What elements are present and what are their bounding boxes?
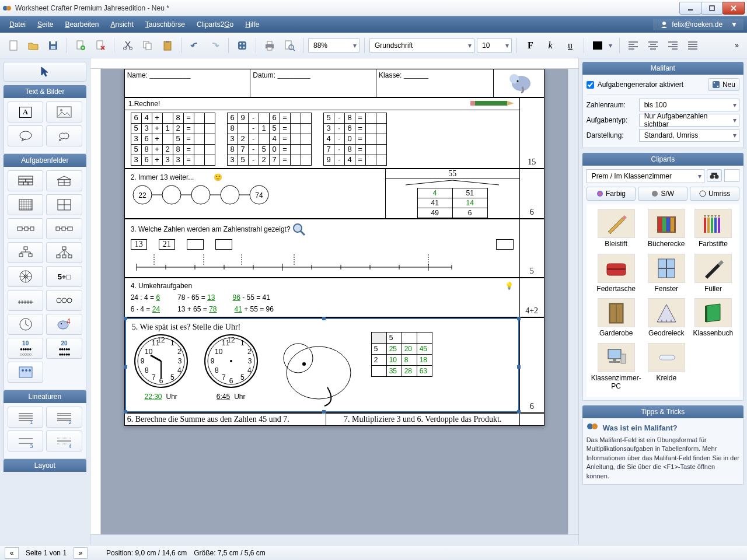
seg-sw[interactable]: S/W — [638, 187, 687, 201]
menu-hilfe[interactable]: Hilfe — [239, 19, 265, 30]
chevron-down-icon: ▼ — [731, 20, 738, 29]
lineatur-3-tool[interactable]: 3 — [8, 430, 43, 452]
vertical-ruler[interactable] — [90, 69, 101, 534]
zahlenraum-combo[interactable]: bis 100▾ — [639, 99, 739, 111]
name-label: Name: — [127, 71, 148, 79]
redo-button[interactable] — [206, 37, 224, 54]
copy-button[interactable] — [139, 37, 156, 54]
maximize-button[interactable] — [701, 2, 723, 15]
menu-tauschboerse[interactable]: Tauschbörse — [139, 19, 191, 30]
neu-button[interactable]: Neu — [708, 78, 739, 91]
clipart-bleistift[interactable]: Bleistift — [591, 209, 641, 250]
bold-button[interactable]: F — [522, 37, 539, 54]
paste-button[interactable] — [159, 37, 176, 54]
svg-rect-24 — [267, 41, 272, 44]
seg-umriss[interactable]: Umriss — [690, 187, 739, 201]
save-button[interactable] — [44, 37, 62, 54]
align-justify-button[interactable] — [684, 37, 701, 54]
chain-right-tool[interactable] — [46, 218, 82, 239]
align-right-button[interactable] — [664, 37, 682, 54]
clipart-federtasche[interactable]: Federtasche — [591, 254, 641, 295]
chain-left-tool[interactable] — [8, 218, 43, 239]
worksheet-page[interactable]: Name: __________ Datum: ________ Klasse:… — [124, 69, 544, 426]
add-page-button[interactable] — [72, 37, 89, 54]
image-tool[interactable] — [46, 102, 82, 123]
svg-rect-70 — [470, 101, 475, 106]
horizontal-ruler[interactable] — [90, 58, 578, 69]
new-file-button[interactable] — [5, 37, 22, 54]
menu-cliparts2go[interactable]: Cliparts2Go — [191, 19, 239, 30]
align-center-button[interactable] — [644, 37, 662, 54]
horizontal-scrollbar[interactable] — [90, 534, 578, 545]
clipart-category-combo[interactable]: Prem / Im Klassenzimmer▾ — [587, 169, 704, 183]
clipart-klassenbuch[interactable]: Klassenbuch — [692, 298, 735, 340]
text-color-button[interactable] — [589, 37, 606, 54]
grid-coarse-tool[interactable] — [46, 194, 82, 215]
selected-field[interactable]: 5. Wie spät ist es? Stelle die Uhr! 1236… — [125, 318, 519, 412]
aufgabentyp-label: Aufgabentyp: — [587, 116, 639, 124]
malifant-tool[interactable]: 4 — [46, 314, 82, 335]
clock-tool[interactable] — [8, 314, 43, 335]
grid-fine-tool[interactable] — [8, 194, 43, 215]
clipart-search-button[interactable] — [707, 169, 722, 182]
color-dropdown-icon[interactable]: ▾ — [609, 41, 615, 50]
delete-page-button[interactable] — [92, 37, 109, 54]
clipart-klassenzimmer-pc[interactable]: Klassenzimmer-PC — [591, 343, 641, 393]
menu-seite[interactable]: Seite — [32, 19, 59, 30]
menu-datei[interactable]: Datei — [4, 19, 32, 30]
tens-10-tool[interactable]: 10●●●●●○○○○○ — [8, 338, 43, 359]
text-field-tool[interactable]: A — [8, 102, 43, 123]
menu-bearbeiten[interactable]: Bearbeiten — [59, 19, 104, 30]
italic-button[interactable]: k — [542, 37, 559, 54]
clipart-bücherecke[interactable]: Bücherecke — [645, 209, 688, 250]
prev-page-button[interactable]: « — [5, 547, 19, 559]
zoom-combo[interactable]: 88%▾ — [308, 38, 359, 52]
open-file-button[interactable] — [25, 37, 42, 54]
abacus-tool[interactable] — [8, 362, 43, 383]
clipart-color-swatch[interactable] — [724, 169, 739, 182]
lineatur-4-tool[interactable]: 4 — [46, 430, 82, 452]
darstellung-combo[interactable]: Standard, Umriss▾ — [639, 129, 739, 142]
undo-button[interactable] — [186, 37, 204, 54]
lineatur-2-tool[interactable]: 2 — [46, 407, 82, 428]
align-left-button[interactable] — [624, 37, 642, 54]
aufgabentyp-combo[interactable]: Nur Aufgabenzahlen sichtbar▾ — [639, 114, 739, 127]
clipart-geodreieck[interactable]: Geodreieck — [645, 298, 688, 340]
tens-20-tool[interactable]: 20●●●●●●●●●● — [46, 338, 82, 359]
numberline-tool[interactable] — [8, 290, 43, 311]
thought-bubble-tool[interactable] — [46, 125, 82, 146]
cut-button[interactable] — [119, 37, 137, 54]
vertical-scrollbar[interactable] — [568, 69, 578, 534]
clipart-kreide[interactable]: Kreide — [645, 343, 688, 393]
user-account[interactable]: felix@roeken.de ▼ — [654, 19, 743, 30]
clipart-farbstifte[interactable]: Farbstifte — [692, 209, 735, 250]
svg-rect-28 — [57, 107, 71, 117]
speech-bubble-tool[interactable] — [8, 125, 43, 146]
tree-down-tool[interactable] — [8, 242, 43, 263]
tree-net-tool[interactable] — [46, 242, 82, 263]
brickwall-tool[interactable] — [8, 170, 43, 191]
toolbar-overflow-button[interactable]: » — [731, 41, 742, 50]
generator-checkbox[interactable] — [587, 81, 594, 89]
dice-button[interactable] — [233, 37, 251, 54]
underline-button[interactable]: u — [561, 37, 579, 54]
font-combo[interactable]: Grundschrift▾ — [369, 38, 474, 52]
house-tool[interactable] — [46, 170, 82, 191]
wheel-tool[interactable] — [8, 266, 43, 287]
next-page-button[interactable]: » — [74, 547, 88, 559]
print-button[interactable] — [261, 37, 278, 54]
clipart-garderobe[interactable]: Garderobe — [591, 298, 641, 340]
equation-tool[interactable]: 5+□ — [46, 266, 82, 287]
selection-tool[interactable] — [4, 62, 86, 82]
menu-ansicht[interactable]: Ansicht — [104, 19, 139, 30]
preview-button[interactable] — [281, 37, 298, 54]
seg-farbig[interactable]: Farbig — [587, 187, 636, 201]
generator-label: Aufgabengenerator aktiviert — [598, 80, 683, 89]
clipart-fenster[interactable]: Fenster — [645, 254, 688, 295]
chain-circles-tool[interactable] — [46, 290, 82, 311]
minimize-button[interactable] — [679, 2, 701, 15]
clipart-füller[interactable]: Füller — [692, 254, 735, 295]
close-button[interactable] — [722, 2, 745, 15]
lineatur-1-tool[interactable]: 1 — [8, 407, 43, 428]
fontsize-combo[interactable]: 10▾ — [477, 38, 512, 52]
